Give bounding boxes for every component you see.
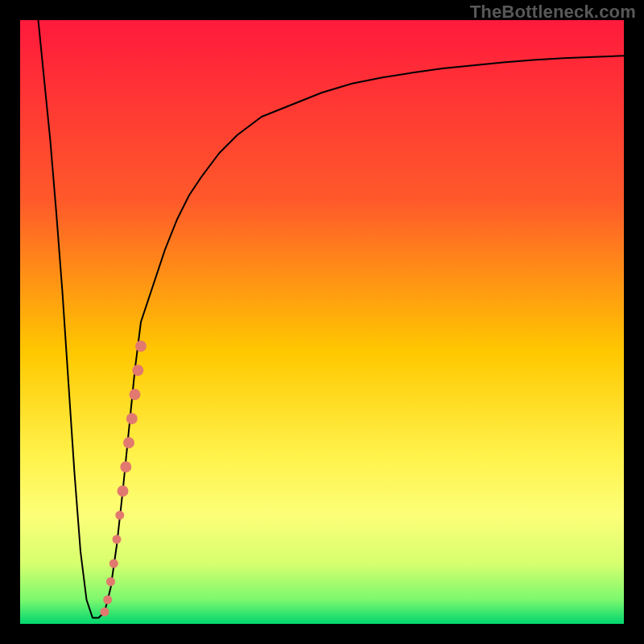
scatter-point	[132, 365, 143, 376]
scatter-point	[101, 608, 109, 617]
chart-background	[20, 20, 624, 624]
scatter-point	[123, 437, 134, 448]
scatter-point	[109, 559, 118, 568]
scatter-point	[126, 413, 138, 424]
scatter-point	[115, 511, 124, 520]
scatter-point	[106, 577, 115, 586]
scatter-point	[135, 341, 147, 352]
scatter-point	[120, 461, 131, 473]
scatter-point	[118, 485, 129, 497]
watermark-text: TheBottleneck.com	[470, 2, 636, 23]
chart-svg	[20, 20, 624, 624]
scatter-point	[113, 535, 122, 544]
scatter-point	[130, 389, 141, 400]
scatter-point	[103, 596, 112, 605]
chart-frame: TheBottleneck.com	[0, 0, 644, 644]
